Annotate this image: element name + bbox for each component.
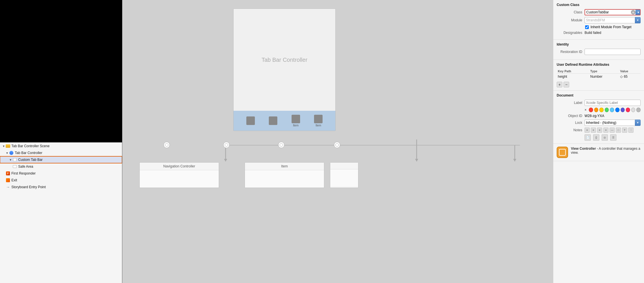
inherit-module-label: Inherit Module From Target	[591, 25, 631, 29]
orange-rect-icon	[6, 178, 10, 182]
remove-attribute-button[interactable]: −	[564, 82, 569, 87]
module-label: Module	[557, 18, 582, 22]
color-yellow[interactable]	[599, 108, 604, 112]
add-remove-row: + −	[557, 82, 641, 87]
row-value: ◇ 65	[619, 74, 641, 80]
restoration-id-label: Restoration ID	[557, 50, 582, 54]
color-light-blue[interactable]	[610, 108, 614, 112]
tab-bar-controller-label: Tab Bar Controller	[234, 9, 335, 111]
label-field[interactable]	[585, 100, 641, 106]
color-orange[interactable]	[594, 108, 598, 112]
connector-circle-4	[334, 142, 340, 148]
color-purple[interactable]	[621, 108, 625, 112]
tab-item-1	[246, 116, 255, 125]
right-panel: Custom Class Class ⊗ ▼ Module StrandsBFM…	[553, 0, 644, 283]
lock-dropdown[interactable]: Inherited - (Nothing) ▼	[585, 120, 641, 126]
user-runtime-header: User Defined Runtime Attributes	[557, 63, 641, 67]
note-icon-box[interactable]: □	[616, 128, 621, 133]
connector-circle-3	[278, 142, 284, 148]
tab-item-3: Item	[292, 115, 300, 127]
sidebar-item-tab-bar-controller[interactable]: ▼ Tab Bar Controller	[0, 149, 122, 156]
color-gray[interactable]	[636, 108, 641, 112]
item-controller-label: Item	[245, 163, 324, 170]
restoration-id-field[interactable]	[585, 49, 641, 55]
custom-class-header: Custom Class	[557, 3, 641, 7]
navigation-controller-label: Navigation Controller	[140, 163, 219, 170]
restoration-id-row: Restoration ID	[557, 49, 641, 55]
note-icon-dash[interactable]: —	[610, 128, 615, 133]
sidebar-item-custom-tab-bar[interactable]: ▼ Custom Tab Bar	[0, 156, 122, 163]
inherit-module-checkbox[interactable]	[585, 25, 589, 29]
module-row: Module StrandsBFM ▼	[557, 17, 641, 23]
target-icon[interactable]: ◎	[602, 134, 608, 141]
color-red[interactable]	[589, 108, 593, 112]
class-dropdown-button[interactable]: ▼	[635, 9, 641, 15]
col-header-type: Type	[589, 69, 619, 74]
item-controller-frame: Item	[245, 162, 324, 188]
module-value: StrandsBFM	[586, 18, 605, 22]
tab-item-4: Item	[314, 115, 323, 127]
stepper-number: 65	[624, 75, 628, 79]
designables-label: Designables	[557, 31, 582, 35]
note-icon-align-left[interactable]: ≡	[585, 128, 590, 133]
color-x-button[interactable]: ×	[585, 108, 587, 112]
row-keypath: height	[557, 74, 589, 80]
view-controller-icon	[557, 147, 568, 158]
module-dropdown-arrow[interactable]: ▼	[635, 17, 641, 23]
code-icon[interactable]: {}	[593, 134, 599, 141]
note-icon-list[interactable]: ⋮	[628, 128, 633, 133]
expand-triangle-icon[interactable]: ▼	[2, 145, 5, 147]
lock-label: Lock	[557, 121, 582, 125]
color-blue[interactable]	[615, 108, 620, 112]
vc-icon-inner	[559, 149, 566, 156]
color-pink[interactable]	[626, 108, 630, 112]
view-controller-info: View Controller - A controller that mana…	[553, 144, 644, 161]
tab-bar-item-icon-2	[269, 116, 277, 125]
connector-circle-2	[223, 142, 230, 148]
view-controller-text: View Controller - A controller that mana…	[571, 147, 641, 155]
color-light-gray[interactable]	[631, 108, 635, 112]
third-controller-frame	[330, 162, 358, 188]
restoration-id-input[interactable]	[586, 50, 639, 54]
row-type: Number	[589, 74, 619, 80]
list-icon[interactable]: ☰	[610, 134, 616, 141]
sidebar-item-exit[interactable]: Exit	[0, 177, 122, 184]
stepper-icon: ◇	[620, 75, 623, 79]
svg-marker-9	[513, 159, 516, 162]
notes-row: Notes ≡ ≡ ≡ ≡ — □ T ⋮	[557, 128, 641, 133]
class-label: Class	[557, 10, 582, 14]
white-rect-icon	[13, 164, 17, 169]
sidebar-item-label: Tab Bar Controller Scene	[11, 144, 49, 148]
sidebar-item-label-6: Exit	[11, 178, 17, 182]
designables-row: Designables Build failed	[557, 31, 641, 35]
table-row[interactable]: height Number ◇ 65	[557, 74, 641, 80]
class-input[interactable]	[585, 10, 630, 14]
color-green[interactable]	[605, 108, 609, 112]
lock-dropdown-arrow[interactable]: ▼	[635, 120, 641, 126]
tab-bar-item-label-4: Item	[316, 124, 321, 127]
sidebar-item-storyboard-entry-point[interactable]: → Storyboard Entry Point	[0, 184, 122, 190]
sidebar-item-label-4: Safe Area	[18, 165, 33, 169]
canvas-area[interactable]: Tab Bar Controller Item Item	[122, 0, 553, 283]
sidebar-item-scene-header[interactable]: ▼ Tab Bar Controller Scene	[0, 143, 122, 149]
note-icon-align-justify[interactable]: ≡	[603, 128, 608, 133]
note-icon-align-center[interactable]: ≡	[591, 128, 596, 133]
expand-triangle-icon-2[interactable]: ▼	[6, 151, 9, 154]
color-row: ×	[557, 108, 641, 112]
class-clear-button[interactable]: ⊗	[631, 10, 635, 15]
doc-icon[interactable]: 📄	[585, 134, 591, 141]
note-icon-text[interactable]: T	[622, 128, 627, 133]
note-icon-align-right[interactable]: ≡	[597, 128, 602, 133]
label-input[interactable]	[586, 101, 639, 105]
tab-bar-controller-frame: Tab Bar Controller Item Item	[233, 9, 336, 140]
identity-section: Identity Restoration ID	[553, 40, 644, 60]
blue-circle-icon	[9, 151, 14, 155]
vc-title: View Controller	[571, 147, 596, 151]
sidebar-item-safe-area[interactable]: Safe Area	[0, 163, 122, 170]
add-attribute-button[interactable]: +	[557, 82, 562, 87]
module-dropdown[interactable]: StrandsBFM ▼	[585, 17, 641, 23]
sidebar-item-first-responder[interactable]: F First Responder	[0, 170, 122, 177]
expand-triangle-icon-3[interactable]: ▼	[9, 158, 12, 161]
sidebar-item-label-5: First Responder	[11, 171, 36, 175]
tab-bar: Item Item	[234, 111, 335, 131]
